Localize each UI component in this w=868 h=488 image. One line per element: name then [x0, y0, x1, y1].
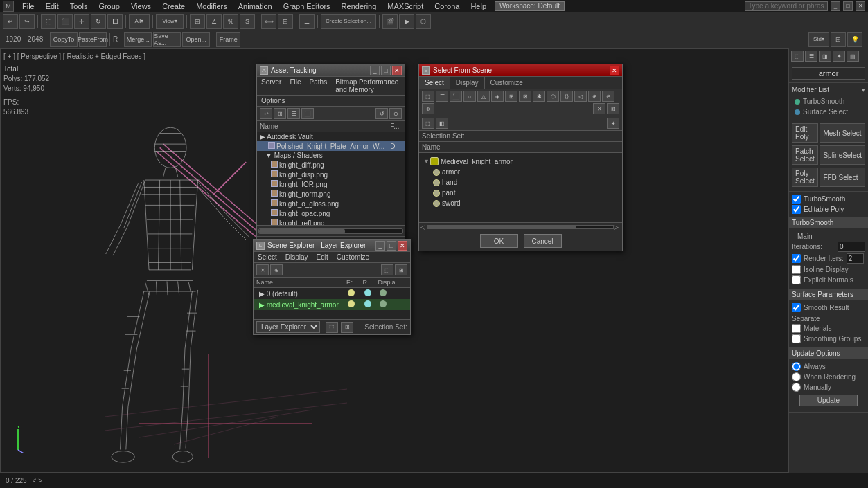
asset-menu-paths[interactable]: Paths [308, 78, 329, 93]
spinner-snap[interactable]: S [240, 14, 255, 29]
ts-check2[interactable] [792, 205, 801, 214]
render-to-texture[interactable]: ⬡ [416, 14, 431, 29]
scene-tb2-r1[interactable]: ✦ [607, 118, 619, 129]
status-nav[interactable]: < > [33, 477, 42, 485]
align-btn[interactable]: ⊟ [278, 14, 293, 29]
asset-tb-3[interactable]: ☰ [287, 108, 300, 119]
rp-icon-2[interactable]: ☰ [805, 51, 817, 62]
ts-always-radio[interactable] [792, 362, 801, 371]
select-region-btn[interactable]: ⬛ [57, 14, 73, 29]
asset-menu-server[interactable]: Server [260, 78, 283, 93]
menu-group[interactable]: Group [96, 2, 123, 10]
rp-icon-1[interactable]: ⬚ [791, 51, 804, 62]
layer-menu-display[interactable]: Display [284, 253, 310, 261]
asset-tb-2[interactable]: ⊞ [274, 108, 286, 119]
scene-tb-8[interactable]: ⊠ [519, 91, 531, 102]
save-as-btn[interactable]: Save As... [153, 32, 181, 47]
scene-tb-3[interactable]: ⬛ [450, 91, 462, 102]
ts-update-btn[interactable]: Update [799, 395, 858, 406]
scene-tb-6[interactable]: ◈ [491, 91, 504, 102]
layer-tb-r1[interactable]: ⬚ [381, 264, 393, 275]
scene-item-hand[interactable]: hand [422, 177, 619, 188]
spline-select-btn[interactable]: SplineSelect [820, 145, 865, 165]
scene-tb-1[interactable]: ⬚ [422, 91, 434, 102]
menu-views[interactable]: Views [128, 2, 154, 10]
reference-coord[interactable]: View▾ [156, 14, 184, 29]
scene-tb-7[interactable]: ⊞ [505, 91, 517, 102]
close-btn[interactable]: ✕ [856, 1, 865, 11]
asset-row-8[interactable]: knight_opac.png Found [257, 208, 405, 218]
menu-animation[interactable]: Animation [236, 2, 275, 10]
mirror-btn[interactable]: ⟺ [261, 14, 276, 29]
menu-maxscript[interactable]: MAXScript [384, 2, 426, 10]
ts-smooth-check[interactable] [792, 303, 801, 312]
asset-row-7[interactable]: knight_o_gloss.png Found [257, 199, 405, 208]
rotate-btn[interactable]: ↻ [91, 14, 106, 29]
scene-scroll-left[interactable]: ◁ [420, 224, 427, 231]
asset-dialog-titlebar[interactable]: A Asset Tracking _ □ ✕ [257, 64, 405, 77]
menu-modifiers[interactable]: Modifiers [193, 2, 230, 10]
asset-tb-1[interactable]: ↩ [260, 108, 272, 119]
copy-to-btn[interactable]: CopyTo [50, 32, 78, 47]
scene-tb-5[interactable]: △ [477, 91, 490, 102]
layer-footer-btn1[interactable]: ⬚ [326, 322, 338, 333]
scene-tb-15[interactable]: ⊗ [422, 103, 434, 114]
layer-close-btn[interactable]: ✕ [398, 241, 407, 251]
scene-tb-12[interactable]: ◁ [574, 91, 587, 102]
asset-tb-r1[interactable]: ↺ [375, 108, 388, 119]
layer-row-1[interactable]: ▶ medieval_knight_armor [254, 299, 410, 310]
ts-isoline-check[interactable] [792, 265, 801, 274]
grid-btn[interactable]: ⊞ [831, 32, 846, 47]
scale-btn[interactable]: ⧠ [107, 14, 123, 29]
undo-btn[interactable]: ↩ [3, 14, 18, 29]
rp-icon-5[interactable]: ▤ [847, 51, 859, 62]
layer-explorer-select[interactable]: Layer Explorer [256, 321, 320, 333]
menu-graph-editors[interactable]: Graph Editors [281, 2, 333, 10]
redo-btn[interactable]: ↪ [19, 14, 35, 29]
modifier-dropdown-icon[interactable]: ▾ [862, 87, 865, 93]
ts-explicit-check[interactable] [792, 275, 801, 284]
asset-row-3[interactable]: knight_diff.png Found [257, 160, 405, 170]
menu-tools[interactable]: Tools [67, 2, 91, 10]
scene-tb-r2[interactable]: ⊠ [607, 103, 619, 114]
lighting-btn[interactable]: 💡 [847, 32, 862, 47]
view-mode-btn[interactable]: Std▾ [808, 32, 829, 47]
asset-menu-bitmap[interactable]: Bitmap Performance and Memory [334, 78, 402, 93]
ts-check1[interactable] [792, 195, 801, 204]
asset-row-5[interactable]: knight_IOR.png Found [257, 179, 405, 189]
ts-render-check[interactable] [792, 254, 801, 263]
search-input[interactable] [745, 1, 828, 11]
asset-close-btn[interactable]: ✕ [392, 66, 402, 75]
scene-tb-9[interactable]: ✱ [533, 91, 545, 102]
merge-btn[interactable]: Merge... [124, 32, 152, 47]
layer-tb-plus[interactable]: ⊕ [270, 264, 283, 275]
rp-icon-3[interactable]: ◨ [819, 51, 831, 62]
layer-min-btn[interactable]: _ [375, 241, 385, 251]
layer-tb-r2[interactable]: ⊞ [395, 264, 407, 275]
ts-render-input[interactable] [847, 253, 864, 264]
asset-menu-file[interactable]: File [288, 78, 302, 93]
layer-dialog-titlebar[interactable]: L Scene Explorer - Layer Explorer _ □ ✕ [254, 240, 410, 252]
scene-tb-14[interactable]: ⊖ [602, 91, 614, 102]
scene-tb-2[interactable]: ☰ [436, 91, 448, 102]
layer-tb-close[interactable]: ✕ [256, 264, 269, 275]
asset-menu-options[interactable]: Options [260, 97, 286, 105]
percent-snap[interactable]: % [223, 14, 238, 29]
scene-tb-11[interactable]: ⟨⟩ [560, 91, 573, 102]
scene-tab-select[interactable]: Select [419, 77, 450, 89]
scene-item-root[interactable]: ▼ Medieval_knight_armor [422, 156, 619, 167]
asset-row-1[interactable]: Polished_Knight_Plate_Armor_W... D Ok [257, 141, 405, 151]
ts-materials-check[interactable] [792, 324, 801, 333]
paste-from-btn[interactable]: PasteFrom [79, 32, 107, 47]
menu-corona[interactable]: Corona [432, 2, 462, 10]
modifier-turbosm-entry[interactable]: TurboSmooth [792, 96, 865, 107]
scene-tb-4[interactable]: ○ [463, 91, 476, 102]
scene-cancel-btn[interactable]: Cancel [524, 234, 562, 248]
create-selection-btn[interactable]: Create Selection... [321, 14, 376, 29]
menu-help[interactable]: Help [468, 2, 489, 10]
menu-rendering[interactable]: Rendering [339, 2, 380, 10]
ts-surface-label[interactable]: Surface Parameters [789, 289, 868, 300]
layer-max-btn[interactable]: □ [387, 241, 396, 251]
layer-btn[interactable]: ☰ [299, 14, 315, 29]
ts-smoothgroups-check[interactable] [792, 334, 801, 343]
